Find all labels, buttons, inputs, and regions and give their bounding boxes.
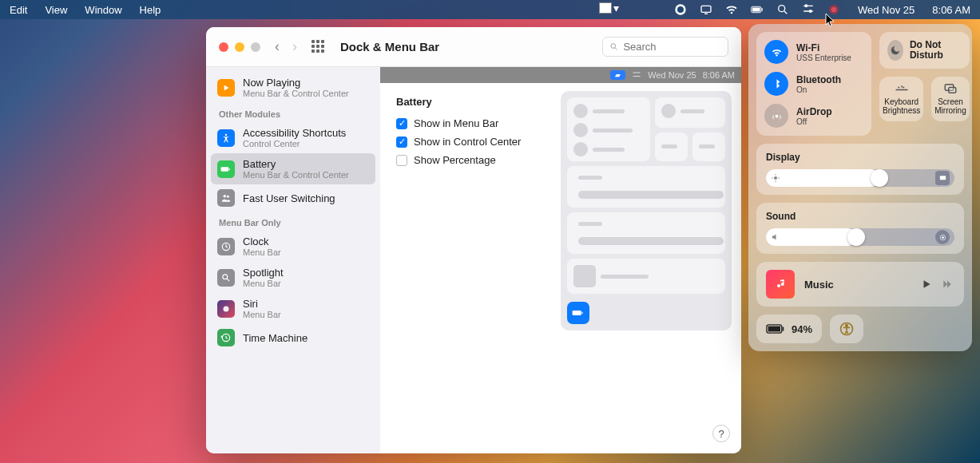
cc-screen-mirroring[interactable]: Screen Mirroring (931, 77, 969, 121)
help-button[interactable]: ? (712, 425, 730, 442)
display-icon (938, 174, 947, 183)
sidebar-item-now-playing[interactable]: Now Playing Menu Bar & Control Center (211, 72, 375, 103)
sidebar-item-sub: Menu Bar & Control Center (243, 89, 349, 98)
svg-point-42 (942, 236, 944, 239)
svg-line-25 (227, 279, 229, 281)
svg-marker-45 (943, 280, 947, 287)
menu-edit[interactable]: Edit (10, 4, 27, 16)
svg-point-24 (223, 274, 228, 279)
cc-sound-label: Sound (766, 211, 954, 222)
checkbox-show-menubar[interactable] (396, 118, 407, 129)
cc-wifi-toggle[interactable]: Wi-Fi USS Enterprise (764, 40, 863, 64)
back-button[interactable]: ‹ (275, 38, 280, 55)
menu-window[interactable]: Window (85, 4, 121, 16)
sidebar-item-fast-user-switching[interactable]: Fast User Switching (211, 184, 375, 212)
accessibility-icon (220, 133, 232, 144)
svg-rect-48 (768, 326, 780, 332)
svg-rect-3 (704, 14, 708, 14)
system-preferences-window: ‹ › Dock & Menu Bar Now Playing Menu Bar… (206, 27, 741, 453)
svg-point-15 (611, 44, 616, 49)
svg-rect-41 (939, 176, 945, 180)
music-note-icon (774, 278, 787, 291)
show-all-button[interactable] (311, 40, 326, 54)
cc-preview-battery-tile (567, 302, 589, 324)
cc-bluetooth-toggle[interactable]: Bluetooth On (764, 72, 863, 96)
cc-display-slider[interactable]: Display (756, 144, 964, 195)
svg-marker-44 (924, 280, 930, 287)
svg-line-8 (784, 11, 787, 14)
cc-dnd-toggle[interactable]: Do Not Disturb (879, 32, 970, 69)
checkbox-show-percentage[interactable] (396, 155, 407, 166)
battery-icon (220, 164, 232, 175)
screen-share-indicator[interactable]: ▾ (599, 2, 619, 14)
menubar-preview: ▰ Wed Nov 25 8:06 AM (380, 67, 741, 83)
cc-airdrop-title: AirDrop (796, 106, 832, 117)
menubar-preview-battery-icon: ▰ (610, 70, 625, 80)
cc-wifi-sub: USS Enterprise (796, 53, 851, 62)
search-field[interactable] (602, 37, 728, 57)
wifi-icon[interactable] (725, 3, 738, 16)
svg-rect-19 (221, 167, 229, 171)
search-input[interactable] (623, 41, 721, 53)
svg-rect-5 (752, 8, 760, 12)
sidebar-item-spotlight[interactable]: Spotlight Menu Bar (211, 262, 375, 293)
menubar-date[interactable]: Wed Nov 25 (858, 4, 915, 16)
teamviewer-icon[interactable] (674, 3, 687, 16)
menu-help[interactable]: Help (140, 4, 161, 16)
accessibility-icon (839, 321, 855, 337)
nav-arrows: ‹ › (275, 38, 297, 55)
users-icon (220, 192, 232, 204)
sidebar-item-sub: Control Center (243, 139, 346, 148)
svg-point-14 (831, 7, 837, 13)
sidebar-item-label: Now Playing (243, 77, 349, 89)
cc-mirror-label: Screen Mirroring (934, 97, 966, 115)
sidebar-item-time-machine[interactable]: Time Machine (211, 324, 375, 351)
search-icon[interactable] (776, 3, 789, 16)
zoom-button[interactable] (251, 42, 260, 52)
control-center-icon[interactable] (802, 3, 815, 16)
cc-battery-tile[interactable]: 94% (756, 315, 822, 343)
forward-button[interactable]: › (292, 38, 297, 55)
svg-point-26 (224, 306, 229, 311)
sidebar-item-accessibility[interactable]: Accessibility Shortcuts Control Center (211, 122, 375, 153)
cc-airdrop-toggle[interactable]: AirDrop Off (764, 104, 863, 128)
checkbox-show-cc[interactable] (396, 137, 407, 148)
battery-icon[interactable] (751, 3, 764, 16)
bluetooth-icon (771, 78, 783, 90)
checkbox-label: Show Percentage (414, 154, 496, 166)
sidebar-item-label: Accessibility Shortcuts (243, 127, 346, 139)
svg-point-21 (224, 195, 227, 198)
minimize-button[interactable] (235, 42, 244, 52)
cc-keyboard-brightness[interactable]: Keyboard Brightness (879, 77, 923, 121)
menu-view[interactable]: View (45, 4, 67, 16)
sidebar-item-clock[interactable]: Clock Menu Bar (211, 231, 375, 262)
svg-rect-31 (581, 312, 582, 314)
app-menu: Edit View Window Help (10, 4, 161, 16)
svg-marker-17 (224, 85, 229, 90)
cc-music-tile[interactable]: Music (756, 262, 964, 307)
menubar-preview-date: Wed Nov 25 (648, 70, 696, 80)
cc-accessibility-tile[interactable] (830, 315, 863, 343)
svg-rect-20 (229, 168, 230, 169)
sidebar-item-sub: Menu Bar & Control Center (243, 170, 349, 180)
moon-icon (890, 45, 901, 56)
sidebar-item-battery[interactable]: Battery Menu Bar & Control Center (211, 153, 375, 184)
svg-point-18 (225, 133, 227, 135)
svg-point-7 (779, 6, 785, 12)
next-track-icon[interactable] (940, 279, 954, 290)
svg-rect-29 (633, 76, 641, 77)
cc-airdrop-sub: Off (796, 117, 832, 126)
sidebar-item-siri[interactable]: Siri Menu Bar (211, 293, 375, 324)
siri-icon (220, 303, 232, 315)
cc-display-label: Display (766, 152, 954, 163)
display-icon[interactable] (700, 3, 712, 16)
menubar-time[interactable]: 8:06 AM (932, 4, 970, 16)
svg-rect-2 (701, 6, 711, 12)
close-button[interactable] (219, 42, 228, 52)
screen-mirroring-icon (943, 83, 958, 94)
detail-pane: ▰ Wed Nov 25 8:06 AM Battery Show in Men… (380, 67, 741, 453)
play-icon[interactable] (921, 279, 932, 290)
svg-marker-46 (947, 280, 951, 287)
cc-sound-slider[interactable]: Sound (756, 203, 964, 254)
svg-rect-35 (949, 88, 956, 93)
